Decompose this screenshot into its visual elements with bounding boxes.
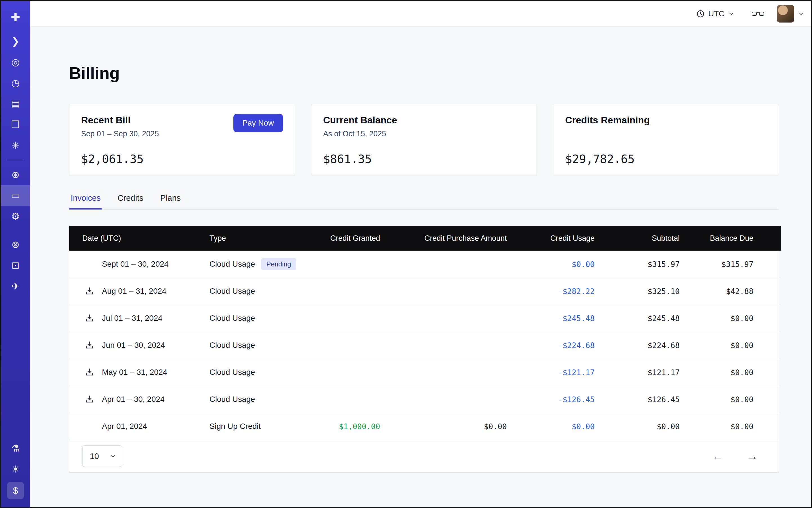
clock-icon [696,9,705,18]
invoice-date-cell: Jul 01 – 31, 2024 [69,305,210,332]
invoice-date: Apr 01 – 30, 2024 [102,395,165,404]
download-invoice-button[interactable] [85,395,94,404]
chevron-down-icon [110,453,116,459]
invoice-row: Jul 01 – 31, 2024 Cloud Usage -$245.48 $… [69,305,781,332]
chevron-down-icon [798,10,804,17]
credit-purchase-value [383,332,510,359]
timezone-label: UTC [708,9,724,18]
flask-icon[interactable]: ⚗ [1,438,30,459]
invoice-date: Aug 01 – 31, 2024 [102,287,166,296]
credit-granted-value [324,251,383,278]
console-icon[interactable]: ⊡ [1,255,30,276]
subtotal-value: $325.10 [597,278,682,305]
timezone-selector[interactable]: UTC [696,9,735,18]
prev-page-arrow-icon[interactable]: ← [712,450,724,462]
invoice-date: Apr 01, 2024 [102,422,147,431]
invoice-type: Cloud Usage [210,359,324,386]
subtotal-value: $245.48 [597,305,682,332]
tab-credits[interactable]: Credits [116,194,145,210]
credit-usage-value: -$121.17 [510,359,597,386]
pay-now-button[interactable]: Pay Now [233,114,283,132]
header-credit-granted: Credit Granted [324,226,383,251]
gear-icon[interactable]: ⚙ [1,206,30,227]
credits-remaining-card: Credits Remaining $29,782.65 [553,103,779,175]
page-size-select[interactable]: 10 [82,446,122,467]
card-title: Credits Remaining [565,115,767,126]
invoice-row: Aug 01 – 31, 2024 Cloud Usage -$282.22 $… [69,278,781,305]
pager: ← → [712,450,758,462]
invoice-row: Apr 01 – 30, 2024 Cloud Usage -$126.45 $… [69,386,781,413]
download-invoice-button[interactable] [85,314,94,323]
credit-usage-value: $0.00 [510,251,597,278]
download-invoice-button[interactable] [85,287,94,296]
download-invoice-button[interactable] [85,341,94,350]
header-credit-usage: Credit Usage [510,226,597,251]
sparkle-icon[interactable]: ✳ [1,135,30,156]
tab-plans[interactable]: Plans [159,194,182,210]
balance-due-value: $315.97 [682,251,781,278]
credit-purchase-value [383,278,510,305]
invoice-date-cell: Apr 01 – 30, 2024 [69,386,210,413]
incognito-glasses-button[interactable] [752,10,764,18]
expand-sidebar-icon[interactable]: ❯ [1,31,30,51]
credit-usage-value: -$126.45 [510,386,597,413]
credits-remaining-amount: $29,782.65 [565,152,635,166]
download-invoice-button[interactable] [85,368,94,377]
credit-granted-value [324,278,383,305]
cube-icon[interactable]: ❒ [1,114,30,135]
recent-bill-amount: $2,061.35 [81,152,143,166]
invoice-row: May 01 – 31, 2024 Cloud Usage -$121.17 $… [69,359,781,386]
header-credit-purchase: Credit Purchase Amount [383,226,510,251]
credit-granted-value [324,386,383,413]
chevron-down-icon [728,10,735,17]
balance-due-value: $0.00 [682,359,781,386]
invoice-date-cell: Sept 01 – 30, 2024 [69,251,210,278]
current-balance-card: Current Balance As of Oct 15, 2025 $861.… [311,103,537,175]
subtotal-value: $121.17 [597,359,682,386]
card-title: Current Balance [323,115,525,126]
header-subtotal: Subtotal [597,226,682,251]
recent-bill-card: Recent Bill Sep 01 – Sep 30, 2025 $2,061… [69,103,295,175]
radar-icon[interactable]: ◎ [1,51,30,72]
topbar: UTC [30,1,811,27]
invoice-date: May 01 – 31, 2024 [102,368,167,377]
tab-invoices[interactable]: Invoices [69,194,102,210]
credit-purchase-value [383,386,510,413]
credit-granted-value [324,332,383,359]
layers-icon[interactable]: ▤ [1,93,30,114]
timer-icon[interactable]: ◷ [1,72,30,93]
credit-granted-value [324,305,383,332]
invoice-row: Apr 01, 2024 Sign Up Credit $1,000.00 $0… [69,413,781,440]
main-content: Billing Recent Bill Sep 01 – Sep 30, 202… [30,27,811,507]
invoice-type: Cloud Usage [210,332,324,359]
credit-usage-value: -$282.22 [510,278,597,305]
invoice-type: Cloud Usage [210,278,324,305]
credits-dollar-icon[interactable]: $ [7,482,24,499]
current-balance-amount: $861.35 [323,152,372,166]
globe-icon[interactable]: ⊛ [1,164,30,185]
sidebar-item-billing[interactable]: ▭ [1,185,30,206]
credit-purchase-value [383,359,510,386]
sun-icon[interactable]: ☀ [1,459,30,479]
status-badge: Pending [261,258,296,270]
avatar[interactable] [777,5,794,23]
user-menu[interactable] [777,5,804,23]
summary-cards: Recent Bill Sep 01 – Sep 30, 2025 $2,061… [69,103,779,175]
next-page-arrow-icon[interactable]: → [746,450,758,462]
header-type: Type [210,226,324,251]
invoice-date-cell: Aug 01 – 31, 2024 [69,278,210,305]
rocket-icon[interactable]: ✈ [1,276,30,297]
page-title: Billing [69,64,779,83]
invoice-type: Sign Up Credit [210,413,324,440]
help-circle-icon[interactable]: ⊗ [1,234,30,255]
credit-granted-value: $1,000.00 [324,413,383,440]
invoice-date: Jul 01 – 31, 2024 [102,314,163,323]
invoice-row: Sept 01 – 30, 2024 Cloud Usage Pending $… [69,251,781,278]
subtotal-value: $126.45 [597,386,682,413]
invoice-date: Jun 01 – 30, 2024 [102,341,165,350]
invoice-date: Sept 01 – 30, 2024 [102,260,169,269]
app-logo-icon[interactable]: ✚ [1,4,30,31]
invoice-type-cell: Cloud Usage Pending [210,251,324,278]
balance-due-value: $0.00 [682,386,781,413]
subtotal-value: $0.00 [597,413,682,440]
